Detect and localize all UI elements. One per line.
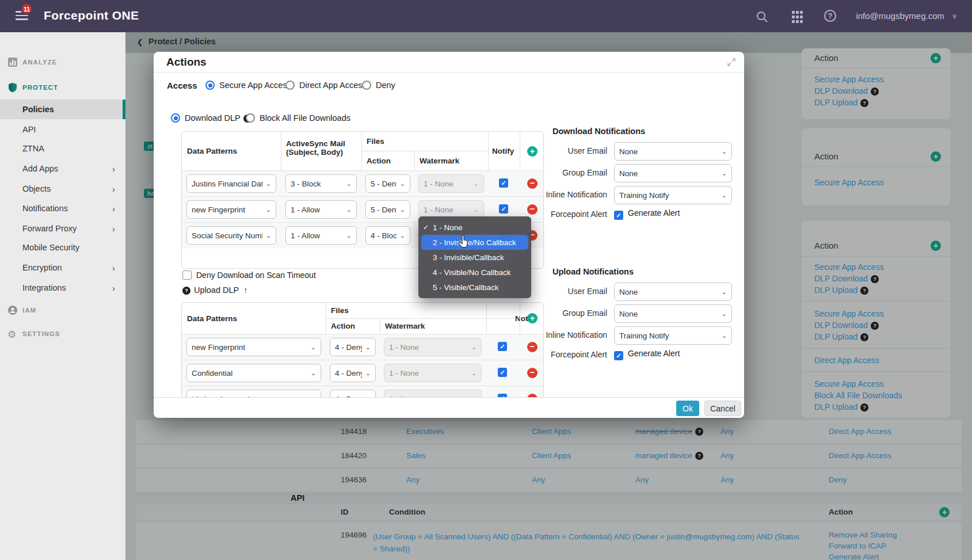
col-header-files: Files bbox=[326, 303, 514, 318]
data-pattern-select[interactable]: new Fingerprint bbox=[186, 200, 276, 219]
modal-header: Actions bbox=[154, 52, 744, 73]
access-radio-deny[interactable]: Deny bbox=[362, 80, 395, 90]
chevron-down-icon bbox=[471, 344, 477, 351]
hand-cursor-icon bbox=[458, 235, 470, 249]
chevron-down-icon bbox=[365, 369, 371, 377]
search-icon[interactable] bbox=[756, 10, 768, 23]
checkbox-checked-icon bbox=[614, 211, 623, 220]
sidebar-item-objects[interactable]: Objects bbox=[0, 180, 125, 197]
apps-grid-icon[interactable] bbox=[792, 11, 805, 24]
col-header-data-patterns: Data Patterns bbox=[182, 303, 326, 334]
activesync-select[interactable]: 1 - Allow bbox=[285, 200, 357, 219]
chevron-down-icon bbox=[474, 206, 479, 214]
menu-item-visible-callback[interactable]: 5 - Visible/Callback bbox=[418, 280, 531, 295]
notify-checkbox[interactable] bbox=[498, 368, 507, 377]
activesync-select[interactable]: 3 - Block bbox=[285, 174, 357, 193]
notify-checkbox[interactable] bbox=[499, 204, 508, 214]
checkbox-icon bbox=[182, 271, 192, 280]
watermark-select: 1 - None bbox=[384, 338, 482, 356]
sidebar-item-notifications[interactable]: Notifications bbox=[0, 200, 125, 217]
chevron-down-icon bbox=[722, 332, 727, 340]
data-pattern-select[interactable]: Social Security Number bbox=[186, 226, 276, 245]
generate-alert-checkbox[interactable]: Generate Alert bbox=[614, 208, 680, 220]
sidebar-item-api[interactable]: API bbox=[0, 121, 125, 138]
file-action-select[interactable]: 4 - Deny bbox=[330, 338, 376, 356]
file-action-select[interactable]: 4 - Block bbox=[365, 226, 410, 245]
data-pattern-select[interactable]: bitglass-keyword bbox=[186, 390, 321, 397]
upload-arrow-icon bbox=[243, 285, 247, 295]
notify-checkbox[interactable] bbox=[498, 342, 507, 351]
menu-item-invisible-callback[interactable]: 3 - Invisible/Callback bbox=[418, 250, 531, 265]
user-email-select[interactable]: None bbox=[614, 283, 732, 301]
watermark-dropdown-menu: ✓1 - None 2 - Invisible/No Callback 3 - … bbox=[418, 216, 531, 298]
remove-row-icon[interactable] bbox=[527, 178, 538, 189]
generate-alert-checkbox[interactable]: Generate Alert bbox=[614, 348, 680, 360]
sidebar-item-mobile-security[interactable]: Mobile Security bbox=[0, 239, 125, 256]
activesync-select[interactable]: 1 - Allow bbox=[285, 226, 357, 245]
sidebar-section-iam[interactable]: IAM bbox=[0, 302, 125, 319]
col-header-action: Action bbox=[361, 151, 414, 170]
expand-icon[interactable] bbox=[727, 58, 736, 67]
data-pattern-select[interactable]: new Fingerprint bbox=[186, 338, 321, 356]
group-email-select[interactable]: None bbox=[614, 164, 732, 182]
sidebar-label-iam: IAM bbox=[22, 307, 36, 314]
chevron-down-icon bbox=[266, 180, 271, 188]
chevron-down-icon bbox=[266, 206, 271, 214]
notification-count-badge[interactable]: 11 bbox=[21, 3, 33, 15]
sidebar-item-policies[interactable]: Policies bbox=[0, 101, 125, 118]
download-dlp-radio[interactable]: Download DLP bbox=[171, 113, 251, 123]
group-email-select[interactable]: None bbox=[614, 304, 732, 323]
sidebar-label-analyze: ANALYZE bbox=[22, 59, 57, 66]
col-header-files: Files bbox=[361, 132, 488, 151]
data-pattern-select[interactable]: Confidential bbox=[186, 364, 321, 382]
sidebar-section-analyze[interactable]: ANALYZE bbox=[0, 54, 125, 71]
file-action-select[interactable]: 5 - Deny bbox=[365, 174, 410, 193]
sidebar-section-settings[interactable]: SETTINGS bbox=[0, 325, 125, 342]
dlp-row: bitglass-keyword 4 - Deny 1 - None bbox=[182, 386, 543, 397]
sidebar-item-encryption[interactable]: Encryption bbox=[0, 259, 125, 276]
watermark-select: 1 - None bbox=[418, 174, 484, 193]
file-action-select[interactable]: 4 - Deny bbox=[330, 364, 376, 382]
checkbox-checked-icon bbox=[614, 351, 623, 360]
menu-item-invisible-no-callback[interactable]: 2 - Invisible/No Callback bbox=[421, 235, 528, 250]
sidebar-section-protect[interactable]: PROTECT bbox=[0, 79, 125, 96]
inline-notification-select[interactable]: Training Notify bbox=[614, 186, 732, 204]
ok-button[interactable]: Ok bbox=[676, 401, 699, 416]
sidebar-item-integrations[interactable]: Integrations bbox=[0, 279, 125, 296]
download-notifications-title: Download Notifications bbox=[552, 127, 645, 136]
chevron-down-icon bbox=[400, 180, 405, 188]
access-radio-secure[interactable]: Secure App Access bbox=[205, 80, 291, 90]
sidebar-item-forward-proxy[interactable]: Forward Proxy bbox=[0, 220, 125, 237]
brand-logo: Forcepoint ONE bbox=[44, 9, 139, 22]
access-radio-direct[interactable]: Direct App Access bbox=[285, 80, 367, 90]
menu-item-visible-no-callback[interactable]: 4 - Visible/No Callback bbox=[418, 265, 531, 280]
chevron-down-icon bbox=[311, 369, 316, 377]
file-action-select[interactable]: 4 - Deny bbox=[330, 390, 376, 397]
radio-icon bbox=[246, 113, 255, 123]
remove-row-icon[interactable] bbox=[527, 368, 538, 378]
dlp-row: Confidential 4 - Deny 1 - None bbox=[182, 360, 543, 386]
inline-notification-label: Inline Notification bbox=[521, 330, 607, 340]
menu-item-none[interactable]: ✓1 - None bbox=[418, 220, 531, 235]
col-header-activesync: ActiveSync Mail (Subject, Body) bbox=[281, 132, 361, 170]
block-downloads-radio[interactable]: Block All File Downloads bbox=[246, 113, 350, 123]
chevron-right-icon bbox=[112, 263, 115, 273]
radio-icon bbox=[362, 81, 371, 90]
help-icon[interactable]: ? bbox=[824, 10, 836, 22]
inline-notification-select[interactable]: Training Notify bbox=[614, 326, 732, 345]
chevron-right-icon bbox=[112, 164, 115, 174]
deny-scan-timeout-checkbox[interactable]: Deny Download on Scan Timeout bbox=[182, 270, 316, 280]
file-action-select[interactable]: 5 - Deny bbox=[365, 200, 410, 219]
sidebar: ANALYZE PROTECT Policies API ZTNA Add Ap… bbox=[0, 32, 125, 560]
user-email-select[interactable]: None bbox=[614, 142, 732, 161]
data-pattern-select[interactable]: Justins Financial Data bbox=[186, 174, 276, 193]
sidebar-item-ztna[interactable]: ZTNA bbox=[0, 140, 125, 157]
chevron-down-icon bbox=[722, 288, 727, 296]
sidebar-item-add-apps[interactable]: Add Apps bbox=[0, 160, 125, 177]
account-menu[interactable]: info@mugsbymeg.com bbox=[856, 11, 944, 21]
cancel-button[interactable]: Cancel bbox=[704, 401, 741, 416]
help-icon[interactable] bbox=[182, 287, 190, 295]
chevron-down-icon bbox=[346, 206, 352, 214]
notify-checkbox[interactable] bbox=[499, 178, 508, 188]
group-email-label: Group Email bbox=[521, 308, 607, 318]
